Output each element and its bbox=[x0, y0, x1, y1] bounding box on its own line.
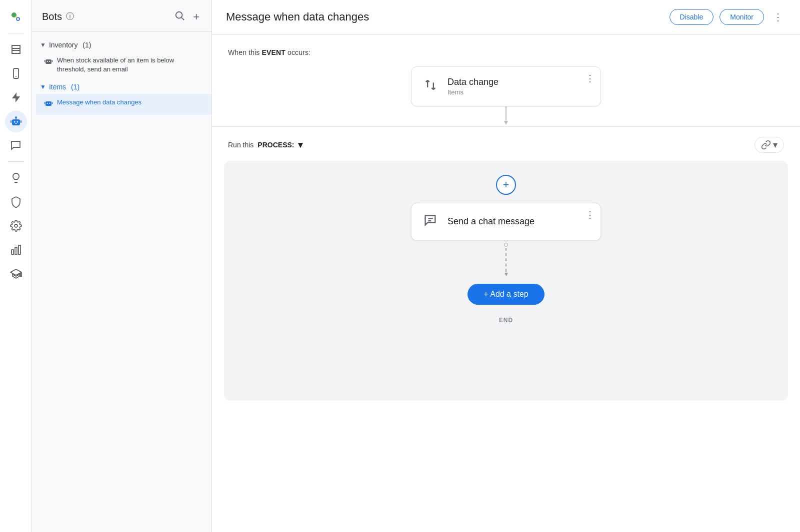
data-change-icon bbox=[424, 78, 438, 95]
svg-point-3 bbox=[13, 14, 15, 16]
svg-line-18 bbox=[182, 17, 184, 20]
process-card[interactable]: ⋮ Send a chat message bbox=[411, 203, 601, 241]
icon-bar bbox=[0, 0, 32, 532]
svg-rect-27 bbox=[44, 102, 46, 104]
info-icon[interactable]: ⓘ bbox=[66, 11, 74, 22]
nav-grad-icon[interactable] bbox=[5, 263, 27, 285]
process-header: Run this PROCESS: ▾ ▾ bbox=[212, 127, 800, 161]
list-item[interactable]: Message when data changes bbox=[36, 94, 212, 114]
svg-point-21 bbox=[49, 61, 50, 62]
main-header: Message when data changes Disable Monito… bbox=[212, 0, 800, 34]
svg-rect-24 bbox=[46, 101, 52, 106]
tree-leaf-text-inventory: When stock available of an item is below… bbox=[57, 56, 204, 74]
add-icon[interactable]: + bbox=[191, 8, 202, 25]
divider-mid bbox=[8, 161, 24, 162]
svg-rect-23 bbox=[52, 60, 53, 62]
svg-rect-28 bbox=[52, 102, 53, 104]
svg-point-26 bbox=[49, 103, 50, 104]
svg-rect-14 bbox=[12, 250, 14, 254]
sidebar: Bots ⓘ + ▼ Inventory (1) bbox=[32, 0, 212, 532]
svg-point-20 bbox=[47, 61, 48, 62]
svg-rect-6 bbox=[12, 119, 20, 125]
event-process-connector: ▾ bbox=[212, 106, 800, 126]
process-section: Run this PROCESS: ▾ ▾ + ⋮ bbox=[212, 126, 800, 401]
event-card-subtitle: Items bbox=[448, 88, 588, 96]
svg-rect-19 bbox=[46, 59, 52, 64]
chat-message-icon bbox=[424, 213, 438, 230]
sidebar-content: ▼ Inventory (1) When stock bbox=[32, 32, 212, 123]
tree-toggle-inventory: ▼ bbox=[40, 41, 46, 48]
process-flow: + ⋮ Send a chat message bbox=[224, 161, 788, 401]
nav-logo[interactable] bbox=[5, 6, 27, 28]
tree-group-label-items: Items bbox=[49, 83, 66, 91]
nav-shield-icon[interactable] bbox=[5, 191, 27, 213]
divider-top bbox=[8, 33, 24, 33]
tree-group-label-inventory: Inventory bbox=[49, 41, 78, 49]
tree-toggle-items: ▼ bbox=[40, 83, 46, 90]
tree-leaf-text-items: Message when data changes bbox=[57, 98, 204, 107]
tree-group-items: ▼ Items (1) Message when da bbox=[32, 80, 212, 114]
chain-dropdown-icon[interactable]: ▾ bbox=[773, 139, 778, 150]
process-header-right[interactable]: ▾ bbox=[754, 137, 784, 153]
svg-rect-22 bbox=[44, 60, 46, 62]
event-card-more-icon[interactable]: ⋮ bbox=[586, 73, 594, 84]
tree-group-inventory: ▼ Inventory (1) When stock bbox=[32, 38, 212, 78]
process-dropdown-icon[interactable]: ▾ bbox=[298, 139, 302, 150]
svg-point-17 bbox=[176, 12, 182, 18]
nav-bulb-icon[interactable] bbox=[5, 167, 27, 189]
svg-point-5 bbox=[16, 76, 16, 77]
connector-chevron: ▾ bbox=[504, 118, 508, 126]
tree-children-inventory: When stock available of an item is below… bbox=[32, 52, 212, 78]
svg-point-11 bbox=[15, 117, 16, 118]
svg-rect-13 bbox=[20, 120, 22, 123]
svg-point-7 bbox=[14, 121, 15, 123]
event-card[interactable]: ⋮ Data change Items bbox=[411, 66, 601, 106]
dashed-line bbox=[506, 248, 506, 272]
nav-phone-icon[interactable] bbox=[5, 62, 27, 84]
bot-icon-items bbox=[44, 98, 53, 110]
svg-rect-15 bbox=[15, 247, 17, 254]
nav-gear-icon[interactable] bbox=[5, 215, 27, 237]
add-step-button[interactable]: + Add a step bbox=[468, 284, 544, 305]
main-header-actions: Disable Monitor ⋮ bbox=[670, 8, 786, 26]
svg-point-25 bbox=[47, 103, 48, 104]
nav-chart-icon[interactable] bbox=[5, 239, 27, 261]
svg-rect-12 bbox=[10, 120, 12, 123]
tree-children-items: Message when data changes bbox=[32, 94, 212, 114]
nav-bolt-icon[interactable] bbox=[5, 86, 27, 108]
svg-rect-16 bbox=[18, 245, 20, 254]
nav-bot-icon[interactable] bbox=[5, 110, 27, 132]
sidebar-header-actions: + bbox=[172, 8, 202, 25]
process-card-content: Send a chat message bbox=[448, 216, 588, 228]
nav-chat-icon[interactable] bbox=[5, 134, 27, 156]
monitor-button[interactable]: Monitor bbox=[720, 9, 764, 25]
nav-table-icon[interactable] bbox=[5, 38, 27, 60]
process-card-title: Send a chat message bbox=[448, 216, 588, 227]
tree-group-header-inventory[interactable]: ▼ Inventory (1) bbox=[32, 38, 212, 52]
event-section-label: When this EVENT occurs: bbox=[228, 48, 784, 56]
search-icon[interactable] bbox=[172, 8, 187, 25]
sidebar-title: Bots ⓘ bbox=[42, 11, 74, 22]
event-section: When this EVENT occurs: ⋮ Data change It… bbox=[212, 34, 800, 106]
tree-group-count-items: (1) bbox=[69, 83, 80, 91]
dashed-connector: ▾ bbox=[504, 243, 508, 278]
sidebar-title-text: Bots bbox=[42, 11, 62, 22]
end-label: END bbox=[499, 317, 513, 324]
more-options-icon[interactable]: ⋮ bbox=[770, 8, 786, 26]
add-step-circle-button[interactable]: + bbox=[496, 175, 516, 195]
svg-line-2 bbox=[16, 16, 17, 18]
event-card-content: Data change Items bbox=[448, 77, 588, 96]
page-title: Message when data changes bbox=[226, 10, 369, 23]
flow-area: When this EVENT occurs: ⋮ Data change It… bbox=[212, 34, 800, 532]
disable-button[interactable]: Disable bbox=[670, 9, 714, 25]
list-item[interactable]: When stock available of an item is below… bbox=[36, 52, 212, 78]
process-card-more-icon[interactable]: ⋮ bbox=[586, 209, 594, 220]
tree-group-header-items[interactable]: ▼ Items (1) bbox=[32, 80, 212, 94]
event-card-title: Data change bbox=[448, 77, 588, 87]
dashed-dot bbox=[504, 243, 508, 247]
sidebar-header: Bots ⓘ + bbox=[32, 0, 212, 32]
svg-rect-9 bbox=[15, 123, 17, 124]
dashed-arrow: ▾ bbox=[504, 270, 508, 278]
svg-point-8 bbox=[16, 121, 18, 123]
main-content: Message when data changes Disable Monito… bbox=[212, 0, 800, 532]
